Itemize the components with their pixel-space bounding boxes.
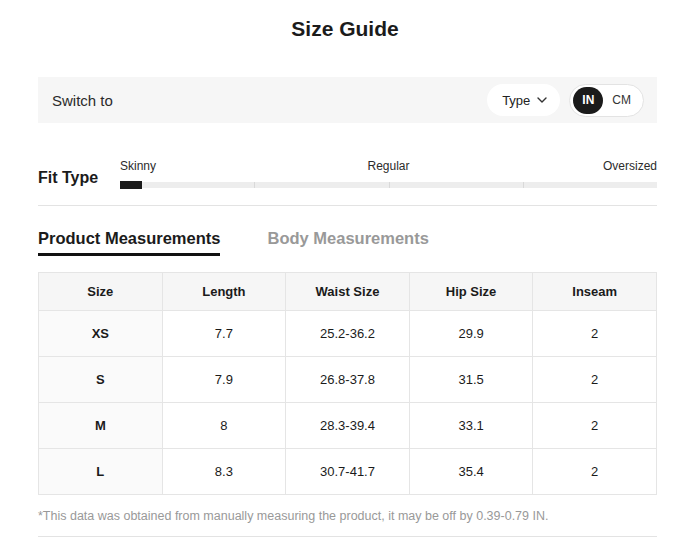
column-header-hip: Hip Size: [409, 273, 533, 311]
page-title: Size Guide: [0, 0, 690, 42]
fit-track-tick: [523, 182, 524, 188]
switch-controls: Type IN CM: [487, 84, 644, 117]
unit-option-cm[interactable]: CM: [603, 87, 640, 114]
fit-track-tick: [254, 182, 255, 188]
measurement-tabs: Product Measurements Body Measurements: [38, 229, 657, 256]
table-row: XS 7.7 25.2-36.2 29.9 2: [39, 311, 657, 357]
fit-option-oversized: Oversized: [603, 159, 657, 173]
column-header-inseam: Inseam: [533, 273, 657, 311]
inseam-cell: 2: [533, 403, 657, 449]
waist-cell: 30.7-41.7: [286, 449, 410, 495]
tab-product-measurements[interactable]: Product Measurements: [38, 229, 220, 256]
type-dropdown[interactable]: Type: [487, 84, 560, 116]
measurement-table: Size Length Waist Size Hip Size Inseam X…: [38, 272, 657, 495]
hip-cell: 35.4: [409, 449, 533, 495]
fit-track-tick: [389, 182, 390, 188]
section-divider: [38, 205, 657, 206]
fit-type-row: Fit Type Skinny Regular Oversized: [38, 159, 657, 188]
waist-cell: 25.2-36.2: [286, 311, 410, 357]
column-header-size: Size: [39, 273, 163, 311]
inseam-cell: 2: [533, 311, 657, 357]
fit-type-indicator: [120, 181, 142, 189]
measurement-disclaimer: *This data was obtained from manually me…: [38, 509, 657, 524]
column-header-waist: Waist Size: [286, 273, 410, 311]
fit-option-skinny: Skinny: [120, 159, 156, 173]
inseam-cell: 2: [533, 357, 657, 403]
size-cell: M: [39, 403, 163, 449]
hip-cell: 33.1: [409, 403, 533, 449]
type-dropdown-label: Type: [502, 93, 530, 108]
tab-body-measurements[interactable]: Body Measurements: [267, 229, 428, 256]
hip-cell: 29.9: [409, 311, 533, 357]
table-header-row: Size Length Waist Size Hip Size Inseam: [39, 273, 657, 311]
chevron-down-icon: [537, 97, 547, 103]
column-header-length: Length: [162, 273, 286, 311]
size-cell: L: [39, 449, 163, 495]
length-cell: 8: [162, 403, 286, 449]
table-row: M 8 28.3-39.4 33.1 2: [39, 403, 657, 449]
bottom-divider: [38, 536, 657, 537]
fit-type-option-labels: Skinny Regular Oversized: [120, 159, 657, 175]
unit-toggle[interactable]: IN CM: [569, 84, 644, 117]
size-guide-panel: Size Guide Switch to Type IN CM Fit Type: [0, 0, 690, 553]
inseam-cell: 2: [533, 449, 657, 495]
hip-cell: 31.5: [409, 357, 533, 403]
length-cell: 8.3: [162, 449, 286, 495]
unit-option-in[interactable]: IN: [573, 87, 603, 114]
table-row: S 7.9 26.8-37.8 31.5 2: [39, 357, 657, 403]
fit-type-slider: Skinny Regular Oversized: [120, 159, 657, 188]
switch-to-label: Switch to: [52, 92, 113, 109]
waist-cell: 26.8-37.8: [286, 357, 410, 403]
waist-cell: 28.3-39.4: [286, 403, 410, 449]
size-cell: XS: [39, 311, 163, 357]
fit-option-regular: Regular: [367, 159, 409, 173]
fit-type-track: [120, 182, 657, 188]
size-cell: S: [39, 357, 163, 403]
length-cell: 7.9: [162, 357, 286, 403]
switch-bar: Switch to Type IN CM: [38, 77, 657, 123]
table-row: L 8.3 30.7-41.7 35.4 2: [39, 449, 657, 495]
fit-type-label: Fit Type: [38, 159, 120, 188]
length-cell: 7.7: [162, 311, 286, 357]
